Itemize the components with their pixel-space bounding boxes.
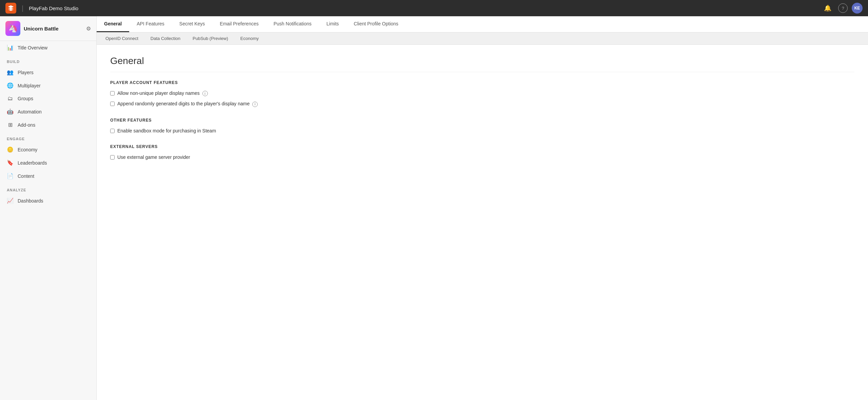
other-features-section: OTHER FEATURES Enable sandbox mode for p… <box>110 118 854 133</box>
external-server-item: Use external game server provider <box>110 154 854 160</box>
section-build-label: BUILD <box>0 54 96 66</box>
sandbox-mode-label: Enable sandbox mode for purchasing in St… <box>117 128 216 133</box>
tab2-openid[interactable]: OpenID Connect <box>99 33 144 44</box>
sidebar: 🦄 Unicorn Battle ⚙ 📊 Title Overview BUIL… <box>0 16 97 400</box>
bell-icon[interactable]: 🔔 <box>821 3 834 13</box>
addons-label: Add-ons <box>18 122 35 128</box>
sidebar-item-leaderboards[interactable]: 🔖 Leaderboards <box>0 156 96 169</box>
sidebar-item-content[interactable]: 📄 Content <box>0 169 96 183</box>
tabs-row2: OpenID Connect Data Collection PubSub (P… <box>97 33 868 45</box>
external-server-label: Use external game server provider <box>117 154 190 160</box>
allow-non-unique-names-label: Allow non-unique player display names i <box>117 90 208 96</box>
allow-non-unique-names-checkbox[interactable] <box>110 91 115 96</box>
people-icon: 👥 <box>7 69 14 76</box>
playfab-logo[interactable] <box>5 3 16 14</box>
sidebar-item-title-overview[interactable]: 📊 Title Overview <box>0 41 96 54</box>
append-digits-checkbox[interactable] <box>110 102 115 106</box>
tab2-data-collection[interactable]: Data Collection <box>144 33 186 44</box>
sidebar-item-automation[interactable]: 🤖 Automation <box>0 105 96 118</box>
studio-title: PlayFab Demo Studio <box>29 5 78 11</box>
sidebar-item-players[interactable]: 👥 Players <box>0 66 96 79</box>
allow-non-unique-names-item: Allow non-unique player display names i <box>110 90 854 96</box>
append-digits-label: Append randomly generated digits to the … <box>117 101 258 107</box>
sidebar-item-addons[interactable]: ⊞ Add-ons <box>0 118 96 131</box>
game-title: Unicorn Battle <box>24 26 59 31</box>
tab-general[interactable]: General <box>97 16 129 32</box>
sidebar-header: 🦄 Unicorn Battle ⚙ <box>0 16 96 41</box>
content-icon: 📄 <box>7 173 14 179</box>
sidebar-item-dashboards[interactable]: 📈 Dashboards <box>0 194 96 207</box>
leaderboards-icon: 🔖 <box>7 160 14 166</box>
addons-icon: ⊞ <box>7 122 14 128</box>
player-account-section: PLAYER ACCOUNT FEATURES Allow non-unique… <box>110 80 854 107</box>
external-server-checkbox[interactable] <box>110 155 115 160</box>
game-icon: 🦄 <box>5 21 20 36</box>
sandbox-mode-checkbox[interactable] <box>110 129 115 133</box>
players-label: Players <box>18 70 34 75</box>
sidebar-item-economy[interactable]: 🪙 Economy <box>0 143 96 156</box>
economy-icon: 🪙 <box>7 146 14 153</box>
automation-label: Automation <box>18 109 42 114</box>
automation-icon: 🤖 <box>7 108 14 115</box>
tab2-economy[interactable]: Economy <box>234 33 265 44</box>
tab2-pubsub[interactable]: PubSub (Preview) <box>186 33 234 44</box>
content-area: General PLAYER ACCOUNT FEATURES Allow no… <box>97 45 868 400</box>
section-engage-label: ENGAGE <box>0 131 96 143</box>
page-title: General <box>110 56 854 72</box>
settings-icon[interactable]: ⚙ <box>86 25 91 32</box>
multiplayer-label: Multiplayer <box>18 83 41 88</box>
top-nav: | PlayFab Demo Studio 🔔 ? KE <box>0 0 868 16</box>
economy-label: Economy <box>18 147 37 152</box>
tab-api-features[interactable]: API Features <box>129 16 172 32</box>
globe-icon: 🌐 <box>7 82 14 89</box>
user-avatar[interactable]: KE <box>852 3 863 14</box>
help-icon[interactable]: ? <box>838 3 848 13</box>
tab-client-profile-options[interactable]: Client Profile Options <box>346 16 406 32</box>
other-features-heading: OTHER FEATURES <box>110 118 854 123</box>
player-account-heading: PLAYER ACCOUNT FEATURES <box>110 80 854 85</box>
sandbox-mode-item: Enable sandbox mode for purchasing in St… <box>110 128 854 133</box>
append-digits-info-icon[interactable]: i <box>252 102 258 107</box>
groups-label: Groups <box>18 96 33 101</box>
tab-push-notifications[interactable]: Push Notifications <box>266 16 319 32</box>
groups-icon: 🗂 <box>7 96 14 102</box>
append-digits-item: Append randomly generated digits to the … <box>110 101 854 107</box>
external-servers-section: EXTERNAL SERVERS Use external game serve… <box>110 144 854 160</box>
tab-secret-keys[interactable]: Secret Keys <box>172 16 212 32</box>
allow-non-unique-info-icon[interactable]: i <box>202 91 208 96</box>
content-label: Content <box>18 173 34 179</box>
section-analyze-label: ANALYZE <box>0 183 96 194</box>
dashboards-label: Dashboards <box>18 198 43 204</box>
main-content: General API Features Secret Keys Email P… <box>97 16 868 400</box>
title-overview-label: Title Overview <box>18 45 47 50</box>
tab-email-preferences[interactable]: Email Preferences <box>212 16 266 32</box>
external-servers-heading: EXTERNAL SERVERS <box>110 144 854 149</box>
nav-divider: | <box>22 4 23 12</box>
bar-chart-icon: 📊 <box>7 44 14 51</box>
leaderboards-label: Leaderboards <box>18 160 47 166</box>
tab-limits[interactable]: Limits <box>319 16 347 32</box>
tabs-row1: General API Features Secret Keys Email P… <box>97 16 868 33</box>
sidebar-item-groups[interactable]: 🗂 Groups <box>0 92 96 105</box>
sidebar-item-multiplayer[interactable]: 🌐 Multiplayer <box>0 79 96 92</box>
dashboards-icon: 📈 <box>7 197 14 204</box>
